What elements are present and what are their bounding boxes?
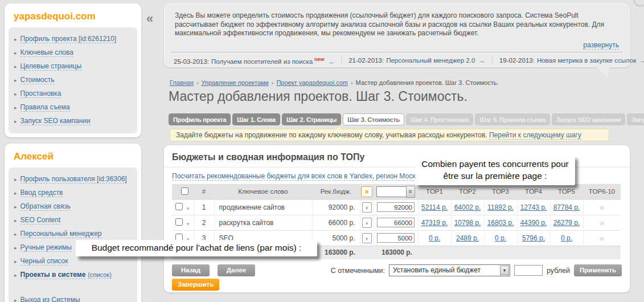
tab-5: Шаг 4. Простановка [406, 113, 473, 125]
sidebar-link[interactable]: Ввод средств [20, 189, 63, 197]
breadcrumb-item[interactable]: Проект yapasdequoi.com [276, 79, 348, 86]
top-cost-link[interactable]: 12743 р. [520, 203, 547, 211]
top-cost-link[interactable]: 47319 р. [421, 219, 448, 227]
tab-6: Шаг 5. Правила съема [475, 113, 550, 125]
top-cost-link[interactable]: 87784 р. [553, 203, 580, 211]
sidebar-link[interactable]: Черный список [20, 257, 68, 266]
tab-2[interactable]: Шаг 1. Слова [232, 113, 280, 125]
fill-down-button[interactable]: » [406, 186, 415, 198]
breadcrumb-item[interactable]: Главная [170, 79, 194, 86]
top-cost-link[interactable]: 5796 р. [522, 234, 545, 242]
top-cost-link[interactable]: 64002 р. [454, 203, 481, 211]
sidebar-link[interactable]: Целевые страницы [20, 62, 82, 71]
top-cost-link[interactable]: 0 р. [429, 234, 440, 242]
sidebar-link[interactable]: Правила съема [20, 103, 70, 112]
sidebar-link[interactable]: Обратная связь [20, 202, 71, 211]
next-button[interactable]: Далее [218, 264, 255, 276]
chevron-right-icon: › [366, 204, 368, 211]
sidebar-link[interactable]: Ключевые слова [20, 48, 73, 57]
bullet-icon: ▸ [14, 218, 17, 223]
sidebar-link[interactable]: Профиль пользователя [id:36306] [20, 175, 127, 183]
bulk-amount-input[interactable] [514, 265, 543, 276]
sidebar-link[interactable]: Профиль проекта [id:6261210] [20, 35, 116, 43]
bullet-icon: ▸ [14, 245, 17, 251]
news-title: Новая метрика в закупке ссылок [537, 57, 636, 64]
breadcrumb-item: Мастер добавления проектов. Шаг 3. Стоим… [356, 79, 499, 86]
bullet-icon: ▸ [14, 36, 17, 42]
budget-input[interactable] [377, 218, 415, 227]
bulk-budget-input[interactable] [376, 186, 406, 197]
sidebar-link[interactable]: SEO Content [20, 216, 61, 225]
news-date: 25-03-2013: [174, 58, 209, 65]
news-title: Получаем посетителей из поиска [211, 58, 313, 65]
bulk-action-select[interactable]: Установить единый бюджет ▼ [389, 264, 510, 276]
tab-4[interactable]: Шаг 3. Стоимость [343, 113, 404, 125]
top-cost-link[interactable]: 26279 р. [553, 219, 580, 227]
projects-in-system-link[interactable]: Проекты в системе [20, 271, 86, 279]
sidebar-link[interactable]: Ручные режимы [20, 243, 72, 252]
annotation-bottom: Budget recommandé pour l’achat de liens … [76, 240, 317, 256]
col-top2: TOP2 [451, 184, 484, 199]
budget-input[interactable] [377, 233, 415, 243]
expand-link[interactable]: развернуть [583, 41, 619, 50]
sidebar-item: ▸Черный список [14, 255, 132, 268]
step-notice: Задайте бюджеты на продвижение по каждом… [170, 129, 609, 141]
info-bubble: Здесь Вы можете определить стоимость про… [164, 3, 630, 67]
logout-link[interactable]: Выход из Системы [20, 296, 80, 302]
copy-budget-button[interactable]: › [362, 233, 372, 243]
row-menu-icon[interactable]: ▼ [186, 222, 190, 227]
row-checkbox[interactable] [175, 203, 183, 210]
user-menu: ▸Профиль пользователя [id:36306]▸Ввод ср… [9, 168, 137, 302]
sidebar-item: ▸Запуск SEO кампании [14, 115, 132, 128]
finish-button[interactable]: Завершить [172, 279, 219, 291]
top-cost-link[interactable]: 44390 р. [520, 219, 547, 227]
budget-input[interactable] [377, 202, 415, 212]
top-cost-link[interactable]: 11892 р. [487, 203, 514, 211]
news-item[interactable]: 21-02-2013:Персональный менеджер 2.0→ [341, 57, 492, 64]
bullet-icon: ▸ [14, 64, 17, 70]
sidebar-link[interactable]: Запуск SEO кампании [20, 117, 91, 125]
top-cost-link[interactable]: 0 р. [561, 234, 572, 242]
more-icon: » [600, 202, 604, 212]
sidebar-link[interactable]: Простановка [20, 89, 61, 98]
top-cost-link[interactable]: 10798 р. [454, 219, 481, 227]
sidebar-link[interactable]: Персональный менеджер [20, 230, 102, 238]
apply-button[interactable]: Применить [574, 264, 622, 276]
row-checkbox[interactable] [175, 218, 183, 226]
select-dropdown-button[interactable]: ▼ [500, 266, 509, 275]
col-top4: TOP4 [517, 184, 550, 199]
top-cost-link[interactable]: 0 р. [495, 234, 506, 242]
top-cost-link[interactable]: 52114 р. [421, 203, 448, 211]
sidebar-item-logout[interactable]: ▸Выход из Системы [14, 293, 132, 302]
collapse-sidebar-icon[interactable]: « [146, 11, 153, 26]
news-item[interactable]: 25-03-2013:Получаем посетителей из поиск… [173, 56, 341, 65]
copy-all-budgets-button[interactable]: » [361, 186, 372, 197]
row-menu-icon[interactable]: ▼ [186, 206, 190, 211]
chevron-right-icon: › [366, 219, 368, 226]
calc-budgets-link[interactable]: Посчитать рекомендованные бюджеты для вс… [172, 172, 423, 181]
top-cost-link[interactable]: 16803 р. [487, 219, 514, 227]
copy-budget-button[interactable]: › [362, 218, 372, 228]
copy-budget-button[interactable]: › [362, 202, 372, 213]
tab-3[interactable]: Шаг 2. Страницы [282, 113, 341, 125]
info-text: Здесь Вы можете определить стоимость про… [165, 4, 629, 38]
breadcrumb-item[interactable]: Управление проектами [202, 79, 269, 86]
project-menu: ▸Профиль проекта [id:6261210]▸Ключевые с… [9, 27, 137, 133]
notice-text: Задайте бюджеты на продвижение по каждом… [176, 131, 487, 139]
triangle-down-icon: ▼ [503, 265, 507, 276]
sidebar-item-projects[interactable]: ▸Проекты в системе(список) [14, 268, 132, 282]
projects-list-link[interactable]: (список) [88, 271, 111, 279]
arrow-right-icon: → [639, 57, 644, 64]
with-checked-label: С отмеченными: [331, 267, 385, 275]
news-item[interactable]: 19-02-2013:Новая метрика в закупке ссыло… [492, 57, 644, 64]
tab-1[interactable]: Профиль проекта [169, 113, 231, 125]
top-cost-link[interactable]: 2489 р. [456, 234, 479, 242]
col-top6-10: TOP6-10 [583, 184, 621, 199]
news-date: 19-02-2013: [499, 57, 535, 64]
wizard-tabs: Профиль проектаШаг 1. СловаШаг 2. Страни… [169, 113, 644, 125]
sidebar-link[interactable]: Стоимость [20, 76, 55, 84]
back-button[interactable]: Назад [172, 264, 210, 276]
next-step-link[interactable]: Перейти к следующему шагу [489, 131, 581, 140]
tab-7: Запуск SEO кампании [552, 113, 625, 125]
select-all-checkbox[interactable] [181, 187, 188, 195]
